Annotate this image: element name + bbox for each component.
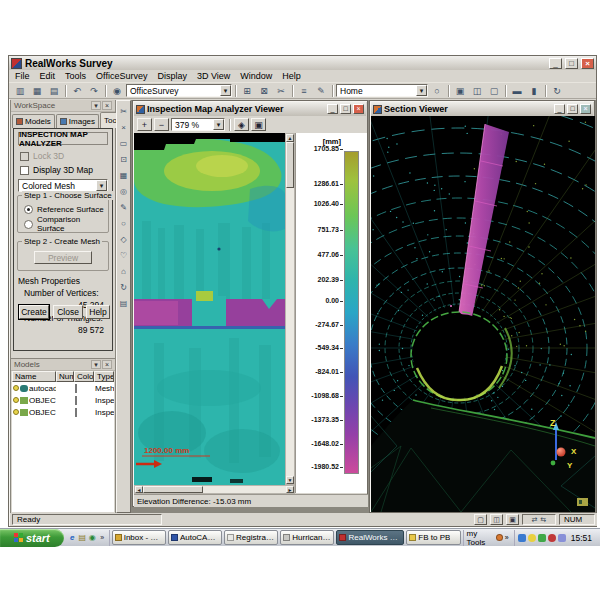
create-button[interactable]: Create <box>19 305 49 319</box>
preview-button[interactable]: Preview <box>34 251 92 264</box>
cut-icon[interactable]: ✂ <box>273 84 289 98</box>
taskbar-task-autocad[interactable]: AutoCAD 2002 <box>168 530 222 545</box>
visibility-bulb-icon[interactable] <box>13 397 19 403</box>
tile-horizontal-icon[interactable]: ▬ <box>509 84 525 98</box>
select-icon[interactable]: ⊞ <box>239 84 255 98</box>
redo-icon[interactable]: ↷ <box>86 84 102 98</box>
scrollbar-thumb[interactable] <box>143 486 203 493</box>
new-window-icon[interactable]: ▣ <box>452 84 468 98</box>
models-panel-header[interactable]: Models ▾ × <box>11 359 115 371</box>
scroll-up-icon[interactable]: ▲ <box>286 134 294 142</box>
display-3d-map-row[interactable]: Display 3D Map <box>20 165 93 175</box>
maximize-button[interactable]: □ <box>565 58 578 69</box>
inspection-heatmap[interactable]: 1200.00 mm <box>134 133 285 485</box>
close-button[interactable]: Close <box>53 305 83 319</box>
rect-select-icon[interactable]: ▭ <box>117 137 130 150</box>
menu-3dview[interactable]: 3D View <box>197 71 230 81</box>
user-icon[interactable]: ○ <box>429 84 445 98</box>
layout-grid-icon[interactable]: ▣ <box>506 514 519 525</box>
taskbar-task-realworks[interactable]: RealWorks Survey <box>336 530 404 545</box>
polygon-select-icon[interactable]: ⊡ <box>117 153 130 166</box>
internet-explorer-icon[interactable]: e <box>68 533 77 543</box>
overflow-chevron-icon[interactable]: » <box>98 533 107 543</box>
taskbar-task-registration[interactable]: Registration Rep... <box>224 530 278 545</box>
close-button[interactable]: × <box>581 58 594 69</box>
heart-icon[interactable]: ♡ <box>117 249 130 262</box>
delete-icon[interactable]: × <box>117 121 130 134</box>
open-icon[interactable]: ▥ <box>12 84 28 98</box>
tray-icon[interactable] <box>528 534 536 542</box>
home-icon[interactable]: ⌂ <box>117 265 130 278</box>
overflow-chevron-icon[interactable]: » <box>505 534 509 541</box>
column-num[interactable]: Num... <box>56 371 74 382</box>
fit-view-icon[interactable]: ◈ <box>234 118 249 131</box>
display-settings-icon[interactable]: ▣ <box>251 118 266 131</box>
minimize-button[interactable]: _ <box>554 104 565 114</box>
menu-help[interactable]: Help <box>282 71 301 81</box>
tray-icon[interactable] <box>538 534 546 542</box>
refresh-icon[interactable]: ↻ <box>549 84 565 98</box>
layers-icon[interactable]: ▤ <box>117 297 130 310</box>
lock-3d-row[interactable]: Lock 3D <box>20 151 64 161</box>
print-icon[interactable]: ▤ <box>46 84 62 98</box>
media-player-icon[interactable]: ◉ <box>88 533 97 543</box>
tab-images[interactable]: Images <box>56 114 99 128</box>
map-horizontal-scrollbar[interactable]: ◄ ► <box>134 485 295 494</box>
layout-single-icon[interactable]: ▢ <box>474 514 487 525</box>
close-icon[interactable]: × <box>102 101 112 110</box>
lock-3d-checkbox[interactable] <box>20 152 29 161</box>
display-3d-map-checkbox[interactable] <box>20 166 29 175</box>
start-button[interactable]: start <box>0 529 64 547</box>
circle-icon[interactable]: ○ <box>117 217 130 230</box>
mode-combobox[interactable]: Home ▾ <box>336 84 428 97</box>
close-button[interactable]: × <box>353 104 364 114</box>
tile-vertical-icon[interactable]: ▮ <box>526 84 542 98</box>
maximize-button[interactable]: □ <box>567 104 578 114</box>
rotate-icon[interactable]: ↻ <box>117 281 130 294</box>
chevron-down-icon[interactable]: ▾ <box>213 119 224 130</box>
close-button[interactable]: × <box>580 104 591 114</box>
column-type[interactable]: Type <box>94 371 114 382</box>
undo-icon[interactable]: ↶ <box>69 84 85 98</box>
map-vertical-scrollbar[interactable]: ▲ ▼ <box>285 133 295 485</box>
taskbar-task-hurricane[interactable]: Hurricane - Micro... <box>280 530 334 545</box>
section-window-titlebar[interactable]: Section Viewer _ □ × <box>371 102 593 116</box>
zoom-level-combobox[interactable]: 379 % ▾ <box>171 118 225 131</box>
menu-display[interactable]: Display <box>157 71 187 81</box>
scroll-right-icon[interactable]: ► <box>286 486 294 493</box>
clip-icon[interactable]: ⊠ <box>256 84 272 98</box>
menu-officesurvey[interactable]: OfficeSurvey <box>96 71 147 81</box>
scrollbar-thumb[interactable] <box>286 142 294 188</box>
chevron-down-icon[interactable]: ▾ <box>220 85 231 96</box>
reference-surface-row[interactable]: Reference Surface <box>24 204 104 214</box>
draw-icon[interactable]: ✎ <box>117 201 130 214</box>
properties-icon[interactable]: ≡ <box>296 84 312 98</box>
tray-icon[interactable] <box>558 534 566 542</box>
table-row[interactable]: autocad... Mesh <box>12 382 114 394</box>
scroll-left-icon[interactable]: ◄ <box>135 486 143 493</box>
target-icon[interactable]: ◎ <box>117 185 130 198</box>
grid-icon[interactable]: ▦ <box>117 169 130 182</box>
menu-file[interactable]: File <box>15 71 30 81</box>
pin-icon[interactable]: ▾ <box>91 101 101 110</box>
menu-tools[interactable]: Tools <box>65 71 86 81</box>
column-name[interactable]: Name <box>12 371 56 382</box>
minimize-button[interactable]: _ <box>327 104 338 114</box>
app-titlebar[interactable]: RealWorks Survey _ □ × <box>9 56 596 70</box>
visibility-bulb-icon[interactable] <box>13 409 19 415</box>
workspace-panel-header[interactable]: WorkSpace ▾ × <box>11 100 115 112</box>
cut-icon[interactable]: ✂ <box>117 105 130 118</box>
show-desktop-icon[interactable]: ▤ <box>78 533 87 543</box>
menu-edit[interactable]: Edit <box>40 71 56 81</box>
point-cloud-view[interactable]: Z X Y <box>371 116 595 512</box>
tab-models[interactable]: Models <box>12 114 55 128</box>
tray-icon[interactable] <box>518 534 526 542</box>
pin-icon[interactable]: ▾ <box>91 360 101 369</box>
column-color[interactable]: Color <box>74 371 94 382</box>
save-icon[interactable]: ▦ <box>29 84 45 98</box>
diamond-icon[interactable]: ◇ <box>117 233 130 246</box>
taskbar-task-inbox[interactable]: Inbox - Microsof... <box>112 530 166 545</box>
table-row[interactable]: OBJECT... Inspectio <box>12 406 114 418</box>
chevron-down-icon[interactable]: ▾ <box>416 85 427 96</box>
reference-surface-radio[interactable] <box>24 205 33 214</box>
